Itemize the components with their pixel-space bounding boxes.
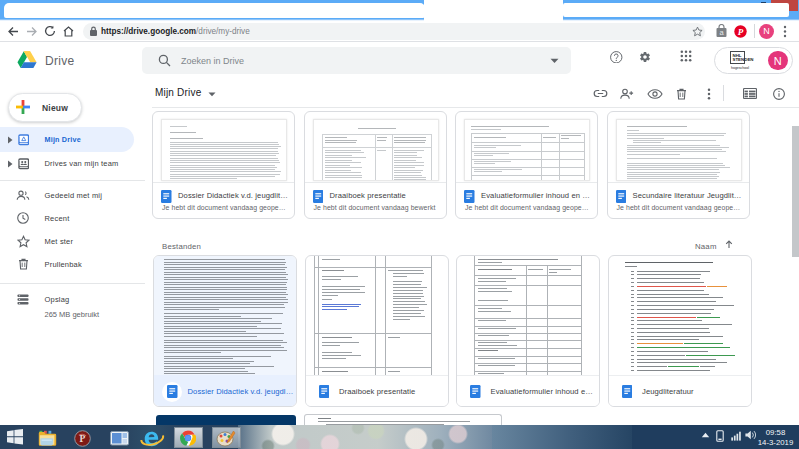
svg-text:P: P [737, 26, 743, 36]
svg-text:P: P [80, 434, 86, 444]
